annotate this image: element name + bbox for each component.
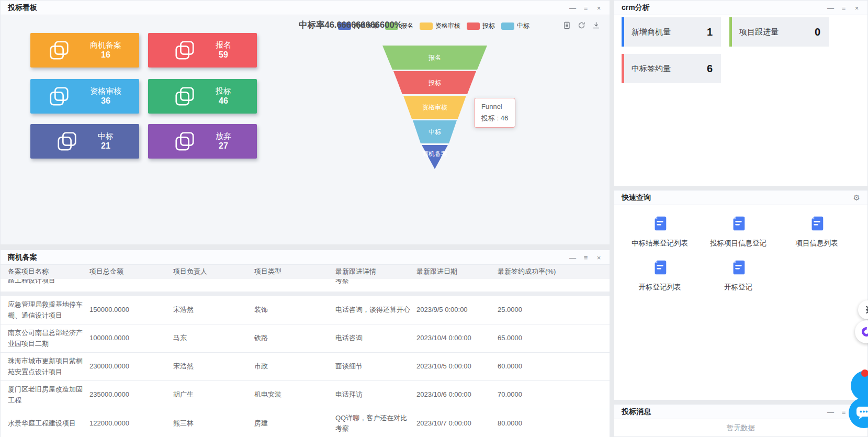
stack-icon	[174, 85, 196, 107]
card-label: 投标	[216, 86, 231, 96]
card-baoming[interactable]: 报名59	[148, 33, 257, 68]
chart-tooltip: Funnel 投标 : 46	[474, 98, 515, 128]
column-header: 最新跟进详情	[335, 266, 416, 277]
table-row[interactable]: 应急管理局救援基地停车棚、通信设计项目 150000.0000 宋浩然 装饰 电…	[1, 296, 610, 324]
card-toubiao[interactable]: 投标46	[148, 79, 257, 114]
minimize-icon[interactable]: —	[824, 4, 837, 12]
cell-name: 珠海市城市更新项目紫桐苑安置点设计项目	[8, 356, 89, 377]
cell-owner: 宋浩然	[173, 361, 254, 372]
menu-icon[interactable]: ≡	[837, 4, 850, 12]
funnel-chart-title: 中标率46.666666666600%	[299, 19, 402, 31]
document-icon	[729, 215, 747, 232]
table-row[interactable]: 厦门区老旧房屋改造加固工程 235000.0000 胡广生 机电安装 电话拜访 …	[1, 381, 610, 409]
refresh-icon[interactable]	[578, 21, 585, 31]
tooltip-value: 投标 : 46	[481, 114, 508, 123]
cell-date: 2023/9/5 0:00:00	[416, 305, 498, 315]
cell-owner: 马东	[173, 333, 254, 343]
card-shangji-beian[interactable]: 商机备案16	[30, 33, 139, 68]
legend-item-zhongbiao[interactable]: 中标	[501, 21, 529, 30]
cell-rate: 80.0000	[498, 418, 610, 429]
stack-icon	[48, 39, 70, 61]
stack-icon	[56, 130, 78, 152]
stack-icon	[174, 39, 196, 61]
cell-type: 铁路	[254, 333, 335, 343]
legend-item-zige-shenhe[interactable]: 资格审核	[420, 21, 460, 30]
quick-link-project-info-list[interactable]: 项目信息列表	[777, 215, 856, 248]
close-icon[interactable]: ×	[592, 4, 605, 12]
document-icon	[808, 215, 826, 232]
cell-detail: 电话咨询，谈得还算开心	[335, 305, 416, 315]
card-zhongbiao[interactable]: 中标21	[30, 124, 139, 159]
cell-type: 房建	[254, 418, 335, 429]
download-icon[interactable]	[592, 21, 600, 31]
column-header: 最新签约成功率(%)	[498, 266, 610, 277]
table-row[interactable]: 南京公司南昌总部经济产业园项目二期 100000.0000 马东 铁路 电话咨询…	[1, 324, 610, 353]
close-icon[interactable]: ×	[850, 4, 863, 12]
cell-type: 市政	[254, 361, 335, 372]
bid-board-title: 投标看板	[8, 3, 37, 13]
menu-icon[interactable]: ≡	[579, 4, 592, 12]
stack-icon	[174, 130, 196, 152]
chart-toolbox	[563, 21, 600, 31]
empty-data-text: 暂无数据	[614, 419, 867, 437]
minimize-icon[interactable]: —	[566, 254, 579, 262]
menu-icon[interactable]: ≡	[579, 254, 592, 262]
notification-badge	[861, 369, 868, 377]
card-value: 46	[216, 96, 231, 106]
cell-date: 2023/10/6 0:00:00	[416, 389, 498, 400]
messages-titlebar: 投标消息 — ≡ ×	[614, 405, 867, 419]
card-label: 商机备案	[90, 40, 121, 50]
cell-date: 2023/10/5 0:00:00	[416, 361, 498, 372]
table-row-partial[interactable]: 路工程设计项目 考察	[1, 279, 610, 292]
minimize-icon[interactable]: —	[566, 4, 579, 12]
quick-link-bid-opening-register[interactable]: 开标登记	[699, 259, 777, 292]
cell-amount: 100000.0000	[89, 333, 173, 343]
records-title: 商机备案	[8, 253, 37, 262]
data-view-icon[interactable]	[563, 21, 571, 31]
card-value: 21	[98, 141, 114, 151]
bid-board-titlebar: 投标看板 — ≡ ×	[1, 1, 610, 15]
quick-link-bid-opening-list[interactable]: 开标登记列表	[621, 259, 699, 292]
quick-query-titlebar: 快速查询 ⚙	[614, 191, 867, 205]
legend-swatch	[420, 23, 433, 30]
cell-date: 2023/10/4 0:00:00	[416, 333, 498, 343]
cell-owner: 宋浩然	[173, 305, 254, 315]
card-fangqi[interactable]: 放弃27	[148, 124, 257, 159]
close-icon[interactable]: ×	[592, 254, 605, 262]
card-label: 中标	[98, 131, 114, 141]
funnel-label: 中标	[429, 128, 442, 136]
panel-bid-board: 投标看板 — ≡ × 商机备案16 报名59 资格审核36	[0, 0, 610, 244]
legend-item-toubiao[interactable]: 投标	[467, 21, 495, 30]
quick-link-win-result-list[interactable]: 中标结果登记列表	[621, 215, 699, 248]
panel-messages: 投标消息 — ≡ × 暂无数据	[614, 404, 868, 437]
document-icon	[729, 259, 747, 276]
cell-name: 南京公司南昌总部经济产业园项目二期	[8, 328, 89, 349]
panel-records: 商机备案 — ≡ × 备案项目名称 项目总金额 项目负责人 项目类型 最新跟进详…	[0, 250, 610, 437]
minimize-icon[interactable]: —	[824, 408, 837, 416]
table-row[interactable]: 珠海市城市更新项目紫桐苑安置点设计项目 230000.0000 宋浩然 市政 面…	[1, 353, 610, 381]
column-header: 项目类型	[254, 266, 335, 277]
column-header: 备案项目名称	[8, 266, 89, 277]
card-value: 27	[216, 141, 231, 151]
quick-link-bid-project-register[interactable]: 投标项目信息登记	[699, 215, 777, 248]
cell-name: 水景华庭工程建设项目	[8, 418, 89, 429]
cell-rate: 70.0000	[498, 389, 610, 400]
column-header: 项目负责人	[173, 266, 254, 277]
column-header: 项目总金额	[89, 266, 173, 277]
card-zige-shenhe[interactable]: 资格审核36	[30, 79, 139, 114]
card-label: 资格审核	[90, 86, 121, 96]
panel-crm: crm分析 — ≡ × 新增商机量 1 项目跟进量 0 中标签约量 6	[614, 0, 868, 186]
cell-name: 厦门区老旧房屋改造加固工程	[8, 384, 89, 405]
column-header: 最新跟进日期	[416, 266, 498, 277]
card-value: 59	[216, 50, 231, 60]
cell-name: 应急管理局救援基地停车棚、通信设计项目	[8, 299, 89, 320]
legend-swatch	[467, 23, 480, 30]
quick-query-grid: 中标结果登记列表 投标项目信息登记 项目信息列表 开标登记列表 开标登记	[614, 205, 867, 302]
legend-swatch	[501, 23, 514, 30]
gear-icon[interactable]: ⚙	[853, 193, 860, 203]
cell-type: 装饰	[254, 305, 335, 315]
records-titlebar: 商机备案 — ≡ ×	[1, 250, 610, 265]
squiggle-icon	[863, 306, 868, 314]
table-row[interactable]: 水景华庭工程建设项目 122000.0000 熊三林 房建 QQ详聊，客户还在对…	[1, 409, 610, 437]
stat-won-contracts: 中标签约量 6	[622, 54, 721, 83]
